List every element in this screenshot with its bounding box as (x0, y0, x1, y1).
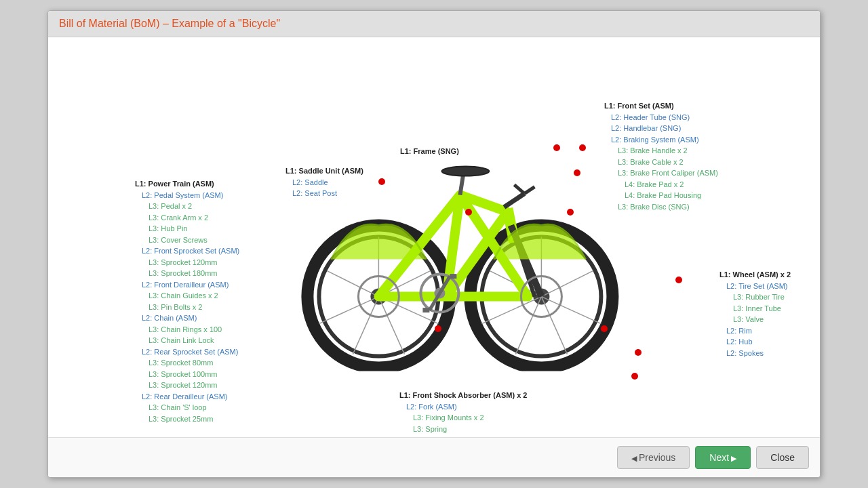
svg-line-15 (541, 297, 601, 324)
modal-title: Bill of Material (BoM) – Example of a "B… (59, 18, 809, 30)
svg-line-28 (524, 187, 534, 194)
title-plain: Bill of Material (BoM) – (59, 18, 172, 29)
title-highlight: Example of a "Bicycle" (172, 18, 280, 29)
svg-line-6 (378, 297, 404, 354)
modal-header: Bill of Material (BoM) – Example of a "B… (48, 11, 820, 37)
dot-front-set (579, 144, 586, 151)
label-front-set: L1: Front Set (ASM) L2: Header Tube (SNG… (604, 100, 718, 212)
dot-wheel-bottom (631, 373, 638, 380)
dot-wheel-mid (601, 325, 608, 332)
label-wheel: L1: Wheel (ASM) x 2 L2: Tire Set (ASM) L… (719, 269, 791, 359)
modal-footer: Previous Next Close (48, 437, 820, 477)
svg-line-29 (514, 185, 524, 194)
svg-line-7 (353, 297, 378, 354)
svg-line-17 (515, 297, 541, 354)
modal-body: L1: Power Train (ASM) L2: Pedal System (… (48, 37, 820, 437)
label-saddle-unit: L1: Saddle Unit (ASM) L2: Saddle L2: Sea… (285, 165, 363, 199)
dot-wheel-upper (675, 277, 682, 283)
dot-chain (435, 325, 441, 332)
bicycle-image (297, 114, 623, 371)
dot-brake-caliper (567, 209, 574, 216)
previous-button[interactable]: Previous (617, 446, 690, 469)
label-frame: L1: Frame (SNG) (400, 146, 459, 157)
svg-line-16 (541, 297, 567, 354)
dot-brake (574, 169, 580, 176)
label-power-train: L1: Power Train (ASM) L2: Pedal System (… (135, 178, 239, 424)
dot-frame (465, 209, 472, 216)
dot-handlebar (553, 144, 560, 151)
svg-line-14 (541, 271, 593, 297)
next-button[interactable]: Next (695, 446, 751, 469)
dot-wheel-lower (635, 349, 642, 356)
svg-line-8 (319, 297, 378, 324)
svg-line-27 (504, 194, 524, 207)
close-button[interactable]: Close (756, 446, 809, 469)
svg-point-31 (441, 167, 489, 176)
dot-saddle (378, 178, 385, 185)
svg-line-9 (327, 271, 378, 297)
label-shock-absorber: L1: Front Shock Absorber (ASM) x 2 L2: F… (399, 390, 527, 437)
bom-modal: Bill of Material (BoM) – Example of a "B… (47, 10, 821, 478)
